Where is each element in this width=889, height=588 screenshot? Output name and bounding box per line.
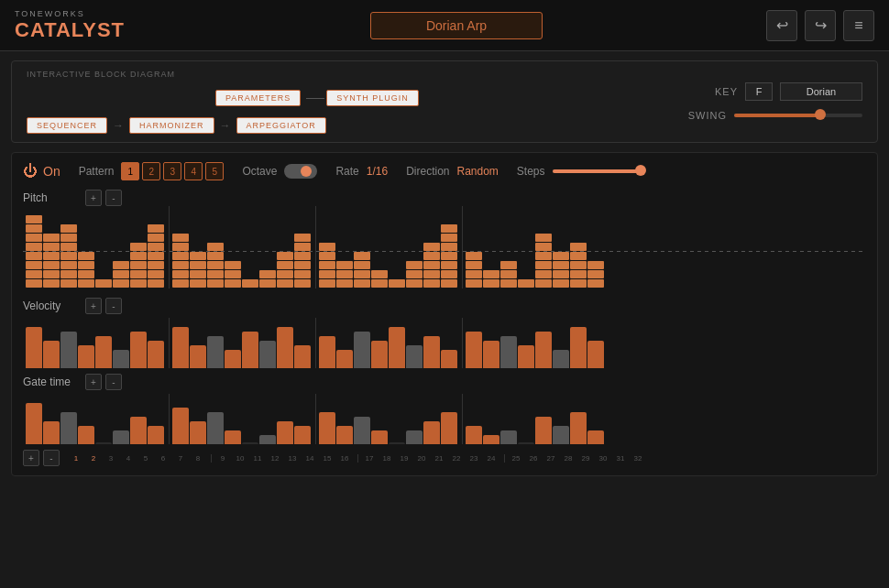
swing-slider[interactable] xyxy=(734,114,862,117)
menu-button[interactable]: ≡ xyxy=(843,10,874,41)
pitch-col[interactable] xyxy=(43,206,60,289)
gate-bar[interactable] xyxy=(535,417,552,444)
bottom-add-button[interactable]: + xyxy=(23,450,39,466)
synth-plugin-box[interactable]: SYNTH PLUGIN xyxy=(326,90,419,106)
gate-bar[interactable] xyxy=(26,403,42,444)
velocity-bar[interactable] xyxy=(441,350,457,368)
velocity-bar[interactable] xyxy=(43,341,60,368)
pitch-col[interactable] xyxy=(294,206,311,289)
velocity-bar[interactable] xyxy=(294,345,311,368)
gate-bar[interactable] xyxy=(60,412,77,444)
gate-bar[interactable] xyxy=(225,430,241,444)
velocity-bar[interactable] xyxy=(587,341,604,368)
pitch-col[interactable] xyxy=(60,206,77,289)
sequencer-box[interactable]: SEQUENCER xyxy=(27,117,107,134)
gate-bar[interactable] xyxy=(148,426,164,444)
gate-bar[interactable] xyxy=(483,435,499,444)
parameters-box[interactable]: PARAMETERS xyxy=(215,90,301,106)
gate-bar[interactable] xyxy=(242,442,258,444)
gate-bar[interactable] xyxy=(406,430,423,444)
gate-bar[interactable] xyxy=(389,442,405,444)
velocity-bar[interactable] xyxy=(535,332,552,368)
pattern-btn-4[interactable]: 4 xyxy=(184,162,203,180)
gate-bar[interactable] xyxy=(95,442,112,444)
pitch-remove-button[interactable]: - xyxy=(105,190,122,206)
velocity-bar[interactable] xyxy=(242,332,258,368)
steps-slider[interactable] xyxy=(553,169,644,173)
gate-bar[interactable] xyxy=(441,412,457,444)
gate-bar[interactable] xyxy=(518,442,534,444)
pitch-col[interactable] xyxy=(354,206,370,289)
gate-remove-button[interactable]: - xyxy=(105,374,122,390)
pitch-col[interactable] xyxy=(26,206,42,289)
pitch-col[interactable] xyxy=(225,206,241,289)
pitch-col[interactable] xyxy=(371,206,388,289)
harmonizer-box[interactable]: HARMONIZER xyxy=(129,117,214,134)
pitch-col[interactable] xyxy=(336,206,353,289)
pitch-col[interactable] xyxy=(207,206,224,289)
gate-bar[interactable] xyxy=(172,408,189,444)
pitch-col[interactable] xyxy=(172,206,189,289)
velocity-bar[interactable] xyxy=(423,336,440,368)
gate-bar[interactable] xyxy=(371,430,388,444)
preset-button[interactable]: Dorian Arp xyxy=(370,12,543,39)
gate-bar[interactable] xyxy=(553,426,569,444)
pitch-col[interactable] xyxy=(483,206,499,289)
velocity-bar[interactable] xyxy=(113,350,129,368)
pitch-col[interactable] xyxy=(130,206,147,289)
gate-bar[interactable] xyxy=(423,421,440,444)
velocity-bar[interactable] xyxy=(95,336,112,368)
gate-bar[interactable] xyxy=(570,412,587,444)
bottom-remove-button[interactable]: - xyxy=(43,450,60,466)
velocity-bar[interactable] xyxy=(483,341,499,368)
velocity-bar[interactable] xyxy=(60,332,77,368)
velocity-bar[interactable] xyxy=(406,345,423,368)
pitch-col[interactable] xyxy=(570,206,587,289)
gate-bar[interactable] xyxy=(500,430,517,444)
pattern-btn-1[interactable]: 1 xyxy=(121,162,139,180)
gate-bar[interactable] xyxy=(113,430,129,444)
velocity-bar[interactable] xyxy=(26,327,42,368)
velocity-bar[interactable] xyxy=(277,327,293,368)
pitch-col[interactable] xyxy=(113,206,129,289)
velocity-bar[interactable] xyxy=(78,345,94,368)
pitch-col[interactable] xyxy=(319,206,335,289)
velocity-add-button[interactable]: + xyxy=(85,298,102,314)
pitch-col[interactable] xyxy=(518,206,534,289)
gate-bar[interactable] xyxy=(587,430,604,444)
gate-bar[interactable] xyxy=(336,426,353,444)
velocity-bar[interactable] xyxy=(225,350,241,368)
gate-bar[interactable] xyxy=(319,412,335,444)
pitch-col[interactable] xyxy=(148,206,164,289)
pattern-btn-3[interactable]: 3 xyxy=(163,162,181,180)
pitch-col[interactable] xyxy=(259,206,276,289)
velocity-bar[interactable] xyxy=(354,332,370,368)
pitch-col[interactable] xyxy=(441,206,457,289)
gate-bar[interactable] xyxy=(466,426,482,444)
velocity-bar[interactable] xyxy=(148,341,164,368)
velocity-bar[interactable] xyxy=(518,345,534,368)
velocity-bar[interactable] xyxy=(500,336,517,368)
velocity-bar[interactable] xyxy=(553,350,569,368)
velocity-bar[interactable] xyxy=(130,332,147,368)
gate-bar[interactable] xyxy=(259,435,276,444)
velocity-bar[interactable] xyxy=(207,336,224,368)
velocity-bar[interactable] xyxy=(336,350,353,368)
gate-add-button[interactable]: + xyxy=(85,374,102,390)
pitch-col[interactable] xyxy=(553,206,569,289)
pitch-add-button[interactable]: + xyxy=(85,190,102,206)
pitch-col[interactable] xyxy=(190,206,206,289)
pitch-col[interactable] xyxy=(95,206,112,289)
gate-bar[interactable] xyxy=(43,421,60,444)
velocity-bar[interactable] xyxy=(389,327,405,368)
gate-bar[interactable] xyxy=(294,426,311,444)
pitch-col[interactable] xyxy=(500,206,517,289)
pattern-btn-2[interactable]: 2 xyxy=(142,162,160,180)
pitch-col[interactable] xyxy=(389,206,405,289)
pitch-col[interactable] xyxy=(466,206,482,289)
pitch-col[interactable] xyxy=(406,206,423,289)
velocity-bar[interactable] xyxy=(190,345,206,368)
velocity-bar[interactable] xyxy=(371,341,388,368)
redo-button[interactable]: ↪ xyxy=(805,10,836,41)
pitch-col[interactable] xyxy=(78,206,94,289)
